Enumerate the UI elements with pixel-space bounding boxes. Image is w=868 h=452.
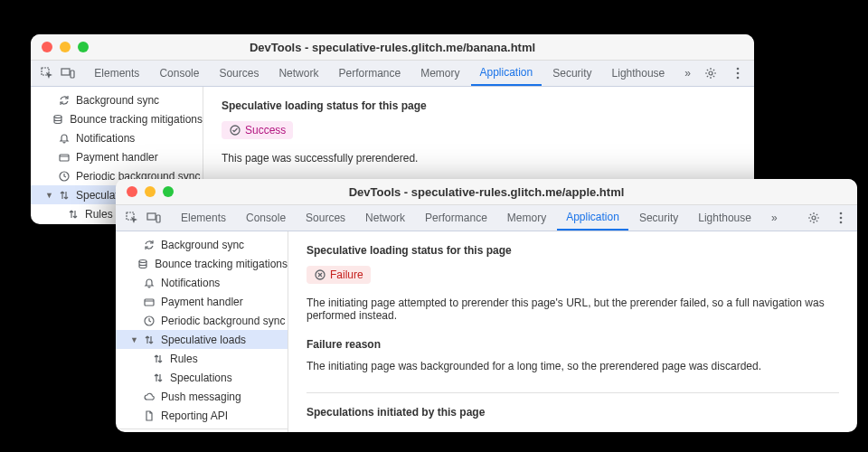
window-title: DevTools - speculative-rules.glitch.me/b…: [31, 41, 754, 54]
window-controls: [42, 42, 89, 52]
kebab-icon[interactable]: [730, 65, 746, 81]
card-icon: [58, 151, 71, 164]
database-icon: [137, 258, 149, 270]
sidebar-item-periodic-sync[interactable]: Periodic background sync: [116, 311, 288, 330]
tab-performance[interactable]: Performance: [329, 61, 410, 86]
device-icon[interactable]: [146, 210, 162, 226]
svg-point-17: [840, 221, 843, 224]
gear-icon[interactable]: [806, 210, 822, 226]
window-title: DevTools - speculative-rules.glitch.me/a…: [116, 185, 857, 199]
minimize-icon[interactable]: [145, 186, 156, 197]
sidebar-item-rules[interactable]: Rules: [116, 349, 288, 368]
arrows-updown-icon: [67, 208, 80, 221]
sidebar-item-bounce-tracking[interactable]: Bounce tracking mitigations: [116, 254, 288, 273]
kebab-icon[interactable]: [833, 210, 849, 226]
cloud-icon: [143, 391, 156, 403]
sidebar-label: Payment handler: [161, 296, 243, 308]
svg-rect-12: [147, 213, 156, 220]
tab-memory[interactable]: Memory: [498, 205, 555, 231]
gear-icon[interactable]: [703, 65, 719, 81]
sidebar-item-payment-handler[interactable]: Payment handler: [31, 147, 203, 166]
close-icon[interactable]: [42, 42, 52, 52]
clock-icon: [58, 170, 71, 183]
svg-point-4: [737, 68, 740, 71]
tab-sources[interactable]: Sources: [297, 205, 354, 231]
tab-security[interactable]: Security: [630, 205, 687, 231]
svg-rect-13: [156, 215, 160, 222]
sidebar-item-bounce-tracking[interactable]: Bounce tracking mitigations: [31, 109, 203, 128]
sidebar-item-background-sync[interactable]: Background sync: [116, 235, 288, 254]
document-icon: [143, 410, 156, 422]
sidebar-item-reporting-api[interactable]: Reporting API: [116, 406, 288, 425]
caret-down-icon: ▼: [130, 335, 137, 344]
maximize-icon[interactable]: [163, 186, 174, 197]
minimize-icon[interactable]: [60, 42, 71, 52]
sidebar-item-speculations[interactable]: Speculations: [116, 368, 288, 387]
sidebar-item-background-sync[interactable]: Background sync: [31, 90, 203, 109]
status-badge-failure: Failure: [307, 266, 371, 284]
svg-point-3: [709, 71, 712, 75]
tab-elements[interactable]: Elements: [172, 205, 235, 231]
sidebar-label: Push messaging: [161, 391, 241, 403]
sync-icon: [58, 94, 71, 107]
sidebar-item-notifications[interactable]: Notifications: [31, 128, 203, 147]
inspect-icon[interactable]: [124, 210, 140, 226]
status-badge-text: Failure: [330, 268, 363, 281]
maximize-icon[interactable]: [78, 42, 89, 52]
tabs-overflow[interactable]: »: [762, 205, 787, 231]
sidebar-label: Rules: [85, 208, 113, 221]
tab-performance[interactable]: Performance: [416, 205, 496, 231]
arrows-updown-icon: [152, 372, 165, 384]
inspect-icon[interactable]: [39, 65, 54, 81]
toolbar: Elements Console Sources Network Perform…: [116, 205, 857, 231]
failure-reason-heading: Failure reason: [307, 338, 839, 351]
sidebar-item-speculative-loads[interactable]: ▼Speculative loads: [116, 330, 288, 349]
tab-network[interactable]: Network: [269, 61, 327, 86]
tab-console[interactable]: Console: [150, 61, 208, 86]
toolbar: Elements Console Sources Network Perform…: [31, 61, 754, 87]
tab-elements[interactable]: Elements: [85, 61, 148, 86]
sidebar: Background sync Bounce tracking mitigati…: [116, 231, 288, 432]
status-description: The initiating page attempted to prerend…: [307, 297, 839, 322]
x-circle-icon: [314, 268, 326, 281]
arrows-updown-icon: [58, 189, 71, 202]
svg-point-5: [737, 72, 740, 75]
svg-point-6: [737, 77, 740, 80]
tab-application[interactable]: Application: [471, 61, 542, 86]
tabs: Elements Console Sources Network Perform…: [85, 61, 700, 86]
main-panel: Speculative loading status for this page…: [288, 231, 857, 432]
tabs-overflow[interactable]: »: [675, 61, 700, 86]
status-heading: Speculative loading status for this page: [222, 99, 736, 112]
sidebar-label: Bounce tracking mitigations: [155, 258, 288, 270]
tab-lighthouse[interactable]: Lighthouse: [689, 205, 760, 231]
sidebar-item-notifications[interactable]: Notifications: [116, 273, 288, 292]
tab-security[interactable]: Security: [543, 61, 600, 86]
tab-lighthouse[interactable]: Lighthouse: [603, 61, 675, 86]
tab-application[interactable]: Application: [557, 205, 628, 231]
sidebar-label: Rules: [170, 353, 198, 365]
titlebar: DevTools - speculative-rules.glitch.me/b…: [31, 34, 754, 61]
tab-console[interactable]: Console: [237, 205, 295, 231]
arrows-updown-icon: [143, 334, 156, 346]
tab-network[interactable]: Network: [356, 205, 414, 231]
device-icon[interactable]: [60, 65, 75, 81]
sidebar-label: Payment handler: [76, 151, 158, 164]
status-badge-success: Success: [222, 121, 293, 139]
svg-rect-1: [61, 69, 70, 75]
sidebar-item-push-messaging[interactable]: Push messaging: [116, 387, 288, 406]
check-circle-icon: [229, 124, 241, 137]
clock-icon: [143, 315, 156, 327]
speculations-heading: Speculations initiated by this page: [307, 406, 839, 419]
window-controls: [127, 186, 174, 197]
close-icon[interactable]: [127, 186, 137, 197]
sidebar-section-frames[interactable]: Frames: [116, 429, 288, 432]
bell-icon: [143, 277, 156, 289]
sidebar-label: Background sync: [161, 239, 244, 251]
caret-down-icon: ▼: [45, 191, 52, 200]
sidebar-label: Notifications: [76, 132, 135, 145]
sidebar-item-payment-handler[interactable]: Payment handler: [116, 292, 288, 311]
tab-memory[interactable]: Memory: [411, 61, 468, 86]
tab-sources[interactable]: Sources: [210, 61, 268, 86]
database-icon: [52, 113, 64, 126]
arrows-updown-icon: [152, 353, 165, 365]
